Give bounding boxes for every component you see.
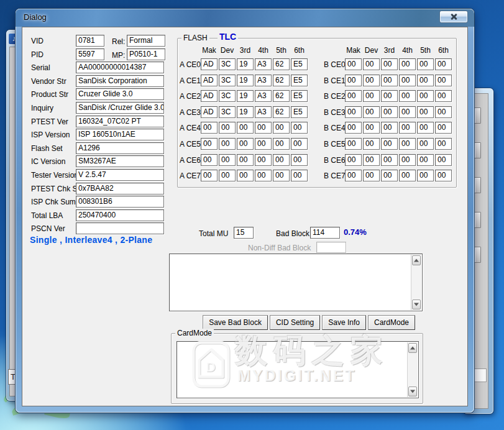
flash-cell-a-ce0-4th[interactable]: A3 [255, 58, 272, 70]
flash-cell-b-ce4-mak[interactable]: 00 [345, 122, 362, 134]
pscn-ver-field[interactable] [76, 222, 164, 234]
flash-cell-a-ce7-4th[interactable]: 00 [255, 170, 272, 181]
vendor-str-field[interactable]: SanDisk Corporation [76, 75, 164, 87]
flash-cell-b-ce0-4th[interactable]: 00 [399, 58, 416, 70]
flash-cell-a-ce3-4th[interactable]: A3 [255, 106, 272, 118]
flash-cell-a-ce1-4th[interactable]: A3 [255, 75, 272, 86]
flash-cell-b-ce1-mak[interactable]: 00 [345, 75, 362, 86]
scroll-up-button[interactable] [408, 343, 417, 353]
flash-cell-b-ce3-dev[interactable]: 00 [363, 106, 380, 118]
flash-cell-b-ce7-3rd[interactable]: 00 [381, 170, 398, 181]
ptest-chk-sum-field[interactable]: 0x7BAA82 [76, 183, 164, 194]
flash-cell-a-ce4-3rd[interactable]: 00 [237, 122, 254, 134]
vertical-scrollbar[interactable] [411, 255, 421, 310]
flash-cell-a-ce3-dev[interactable]: 3C [219, 106, 236, 118]
log-listbox[interactable] [169, 254, 423, 311]
total-lba-field[interactable]: 250470400 [76, 209, 164, 221]
serial-field[interactable]: AA00000000014387 [76, 62, 164, 73]
flash-cell-a-ce0-3rd[interactable]: 19 [237, 58, 254, 70]
flash-cell-b-ce7-4th[interactable]: 00 [399, 170, 416, 181]
flash-cell-b-ce2-dev[interactable]: 00 [363, 90, 380, 102]
flash-cell-a-ce6-dev[interactable]: 00 [219, 154, 236, 166]
flash-cell-b-ce3-5th[interactable]: 00 [417, 106, 434, 118]
ic-version-field[interactable]: SM3267AE [76, 155, 164, 167]
flash-cell-b-ce4-6th[interactable]: 00 [435, 122, 452, 134]
cardmode-listbox[interactable] [176, 341, 419, 398]
flash-cell-b-ce0-3rd[interactable]: 00 [381, 58, 398, 70]
flash-cell-a-ce7-dev[interactable]: 00 [219, 170, 236, 181]
flash-cell-a-ce5-5th[interactable]: 00 [273, 138, 290, 150]
flash-set-field[interactable]: A1296 [76, 142, 164, 154]
vid-field[interactable]: 0781 [76, 35, 104, 47]
non-diff-bad-block-field[interactable] [316, 242, 346, 253]
flash-cell-a-ce1-dev[interactable]: 3C [219, 75, 236, 86]
flash-cell-b-ce3-6th[interactable]: 00 [435, 106, 452, 118]
flash-cell-a-ce4-4th[interactable]: 00 [255, 122, 272, 134]
flash-cell-a-ce1-6th[interactable]: E5 [291, 75, 308, 86]
flash-cell-b-ce2-4th[interactable]: 00 [399, 90, 416, 102]
flash-cell-b-ce0-5th[interactable]: 00 [417, 58, 434, 70]
flash-cell-b-ce0-mak[interactable]: 00 [345, 58, 362, 70]
bad-block-field[interactable]: 114 [310, 227, 340, 239]
flash-cell-b-ce3-3rd[interactable]: 00 [381, 106, 398, 118]
flash-cell-a-ce1-3rd[interactable]: 19 [237, 75, 254, 86]
flash-cell-b-ce6-5th[interactable]: 00 [417, 154, 434, 166]
flash-cell-b-ce5-6th[interactable]: 00 [435, 138, 452, 150]
flash-cell-a-ce2-6th[interactable]: E5 [291, 90, 308, 102]
tester-version-field[interactable]: V 2.5.47 [76, 169, 164, 181]
flash-cell-a-ce5-mak[interactable]: 00 [201, 138, 218, 150]
flash-cell-a-ce6-4th[interactable]: 00 [255, 154, 272, 166]
flash-cell-b-ce3-mak[interactable]: 00 [345, 106, 362, 118]
flash-cell-a-ce4-dev[interactable]: 00 [219, 122, 236, 134]
flash-cell-b-ce5-4th[interactable]: 00 [399, 138, 416, 150]
flash-cell-a-ce7-6th[interactable]: 00 [291, 170, 308, 181]
card-mode-button[interactable]: CardMode [368, 315, 415, 330]
flash-cell-b-ce1-3rd[interactable]: 00 [381, 75, 398, 86]
save-info-button[interactable]: Save Info [322, 315, 366, 330]
flash-cell-b-ce5-dev[interactable]: 00 [363, 138, 380, 150]
flash-cell-a-ce2-5th[interactable]: 62 [273, 90, 290, 102]
flash-cell-b-ce0-6th[interactable]: 00 [435, 58, 452, 70]
flash-cell-a-ce7-mak[interactable]: 00 [201, 170, 218, 181]
flash-cell-b-ce3-4th[interactable]: 00 [399, 106, 416, 118]
flash-cell-b-ce7-dev[interactable]: 00 [363, 170, 380, 181]
total-mu-field[interactable]: 15 [234, 227, 254, 239]
flash-cell-a-ce2-mak[interactable]: AD [201, 90, 218, 102]
flash-cell-a-ce2-3rd[interactable]: 19 [237, 90, 254, 102]
flash-cell-b-ce1-6th[interactable]: 00 [435, 75, 452, 86]
flash-cell-b-ce2-5th[interactable]: 00 [417, 90, 434, 102]
flash-cell-a-ce2-dev[interactable]: 3C [219, 90, 236, 102]
flash-cell-a-ce7-3rd[interactable]: 00 [237, 170, 254, 181]
flash-cell-b-ce6-dev[interactable]: 00 [363, 154, 380, 166]
flash-cell-b-ce7-5th[interactable]: 00 [417, 170, 434, 181]
mp-field[interactable]: P0510-1 [127, 48, 165, 60]
flash-cell-a-ce6-6th[interactable]: 00 [291, 154, 308, 166]
flash-cell-b-ce1-4th[interactable]: 00 [399, 75, 416, 86]
flash-cell-b-ce6-4th[interactable]: 00 [399, 154, 416, 166]
flash-cell-a-ce7-5th[interactable]: 00 [273, 170, 290, 181]
flash-cell-b-ce5-mak[interactable]: 00 [345, 138, 362, 150]
flash-cell-a-ce3-5th[interactable]: 62 [273, 106, 290, 118]
flash-cell-b-ce5-3rd[interactable]: 00 [381, 138, 398, 150]
isp-version-field[interactable]: ISP 160510n1AE [76, 129, 164, 140]
flash-cell-a-ce3-mak[interactable]: AD [201, 106, 218, 118]
flash-cell-a-ce0-5th[interactable]: 62 [273, 58, 290, 70]
flash-cell-a-ce4-6th[interactable]: 00 [291, 122, 308, 134]
flash-cell-b-ce4-5th[interactable]: 00 [417, 122, 434, 134]
ptest-ver-field[interactable]: 160324_07C02 PT [76, 116, 164, 127]
flash-cell-b-ce7-mak[interactable]: 00 [345, 170, 362, 181]
cid-setting-button[interactable]: CID Setting [270, 315, 320, 330]
flash-cell-a-ce3-3rd[interactable]: 19 [237, 106, 254, 118]
scroll-down-button[interactable] [408, 387, 417, 396]
isp-chk-sum-field[interactable]: 008301B6 [76, 196, 164, 208]
flash-cell-b-ce4-dev[interactable]: 00 [363, 122, 380, 134]
flash-cell-b-ce2-6th[interactable]: 00 [435, 90, 452, 102]
flash-cell-a-ce5-3rd[interactable]: 00 [237, 138, 254, 150]
flash-cell-a-ce5-6th[interactable]: 00 [291, 138, 308, 150]
pid-field[interactable]: 5597 [76, 48, 104, 60]
flash-cell-b-ce0-dev[interactable]: 00 [363, 58, 380, 70]
close-button[interactable] [439, 11, 468, 23]
flash-cell-a-ce2-4th[interactable]: A3 [255, 90, 272, 102]
flash-cell-a-ce5-dev[interactable]: 00 [219, 138, 236, 150]
flash-cell-b-ce4-4th[interactable]: 00 [399, 122, 416, 134]
